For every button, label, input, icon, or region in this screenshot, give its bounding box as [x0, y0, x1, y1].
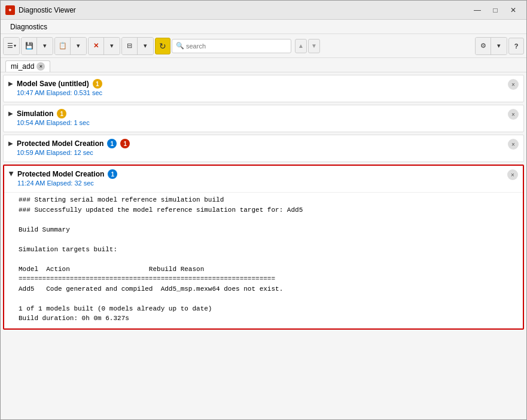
- simulation-header[interactable]: ▶ Simulation 1 10:54 AM Elapsed: 1 sec ×: [4, 105, 523, 132]
- protected-model-1-item: ▶ Protected Model Creation 1 1 10:59 AM …: [3, 135, 524, 162]
- protected-model-1-info-badge: 1: [107, 139, 117, 148]
- refresh-button[interactable]: ↻: [155, 38, 170, 54]
- copy-button[interactable]: 📋: [55, 38, 71, 54]
- protected-model-2-item: ▶ Protected Model Creation 1 11:24 AM El…: [3, 165, 524, 330]
- save-button[interactable]: 💾: [22, 38, 37, 54]
- copy-dropdown-chevron-icon: ▾: [77, 42, 80, 50]
- copy-btn-group: 📋 ▾: [54, 37, 87, 55]
- protected-model-1-subtitle: 10:59 AM Elapsed: 12 sec: [17, 149, 508, 156]
- diagnostic-viewer-window: Diagnostic Viewer — □ ✕ Diagnostics ☰ ▾ …: [0, 0, 527, 420]
- simulation-warn-count: 1: [60, 111, 64, 117]
- tab-label: mi_add: [11, 62, 34, 71]
- model-save-subtitle: 10:47 AM Elapsed: 0.531 sec: [17, 89, 508, 96]
- protected-model-2-title-area: Protected Model Creation 1 11:24 AM Elap…: [17, 169, 507, 187]
- settings-button[interactable]: ⚙: [476, 38, 491, 54]
- menu-bar: Diagnostics: [1, 20, 526, 34]
- refresh-icon: ↻: [159, 41, 166, 51]
- list-icon: ☰: [7, 42, 13, 50]
- protected-model-1-error-count: 1: [124, 141, 127, 147]
- protected-model-1-title-line: Protected Model Creation 1 1: [17, 139, 508, 148]
- simulation-close-button[interactable]: ×: [508, 109, 519, 120]
- settings-btn-group: ⚙ ▾: [475, 37, 507, 55]
- simulation-title-line: Simulation 1: [17, 109, 508, 118]
- search-input[interactable]: [186, 42, 282, 50]
- maximize-button[interactable]: □: [487, 4, 504, 16]
- nav-arrows: ▲ ▼: [295, 39, 320, 53]
- list-chevron-icon: ▾: [14, 43, 16, 48]
- model-save-title-line: Model Save (untitled) 1: [17, 79, 508, 89]
- filter-dropdown-button[interactable]: ▾: [138, 38, 153, 54]
- protected-model-2-subtitle: 11:24 AM Elapsed: 32 sec: [17, 179, 507, 187]
- model-save-warn-count: 1: [96, 81, 99, 87]
- model-save-title-area: Model Save (untitled) 1 10:47 AM Elapsed…: [17, 79, 508, 96]
- log-text: ### Starting serial model reference simu…: [19, 195, 518, 324]
- protected-model-2-title-line: Protected Model Creation 1: [17, 169, 507, 179]
- save-dropdown-button[interactable]: ▾: [37, 38, 53, 54]
- copy-dropdown-button[interactable]: ▾: [71, 38, 86, 54]
- model-save-warn-badge: 1: [93, 79, 102, 89]
- list-view-button[interactable]: ☰ ▾: [4, 38, 19, 54]
- expand-arrow-icon: ▶: [8, 80, 13, 87]
- save-dropdown-chevron-icon: ▾: [43, 42, 47, 50]
- protected-model-2-info-badge: 1: [108, 169, 117, 179]
- gear-icon: ⚙: [480, 42, 486, 50]
- simulation-subtitle: 10:54 AM Elapsed: 1 sec: [17, 119, 508, 126]
- protected-model-1-header[interactable]: ▶ Protected Model Creation 1 1 10:59 AM …: [4, 135, 523, 162]
- filter-btn-group: ⊟ ▾: [121, 37, 154, 55]
- minimize-button[interactable]: —: [469, 4, 486, 16]
- simulation-title-area: Simulation 1 10:54 AM Elapsed: 1 sec: [17, 109, 508, 126]
- mi-add-tab[interactable]: mi_add ×: [5, 60, 50, 72]
- window-controls: — □ ✕: [469, 4, 522, 16]
- down-arrow-button[interactable]: ▼: [308, 39, 320, 53]
- search-box: 🔍: [172, 39, 291, 53]
- protected-model-2-header[interactable]: ▶ Protected Model Creation 1 11:24 AM El…: [4, 166, 523, 192]
- app-icon: [5, 5, 15, 15]
- help-button[interactable]: ?: [508, 38, 524, 54]
- expand-arrow-icon: ▶: [8, 172, 15, 176]
- protected-model-1-title: Protected Model Creation: [17, 139, 103, 148]
- filter-dropdown-chevron-icon: ▾: [144, 42, 147, 50]
- settings-area: ⚙ ▾ ?: [475, 37, 524, 55]
- settings-chevron-icon: ▾: [497, 42, 501, 50]
- model-save-title: Model Save (untitled): [17, 80, 89, 88]
- window-title: Diagnostic Viewer: [19, 6, 469, 14]
- protected-model-2-close-button[interactable]: ×: [507, 169, 518, 180]
- up-arrow-icon: ▲: [298, 42, 304, 49]
- copy-icon: 📋: [59, 42, 67, 50]
- filter-icon: ⊟: [127, 42, 132, 50]
- protected-model-2-content: ### Starting serial model reference simu…: [4, 192, 523, 328]
- tab-close-button[interactable]: ×: [36, 62, 45, 71]
- title-bar: Diagnostic Viewer — □ ✕: [1, 1, 526, 20]
- simulation-item: ▶ Simulation 1 10:54 AM Elapsed: 1 sec ×: [3, 105, 524, 132]
- protected-model-2-title: Protected Model Creation: [17, 170, 104, 178]
- delete-icon: ✕: [93, 42, 99, 50]
- model-save-item: ▶ Model Save (untitled) 1 10:47 AM Elaps…: [3, 75, 524, 102]
- filter-button[interactable]: ⊟: [122, 38, 138, 54]
- delete-btn-group: ✕ ▾: [88, 37, 120, 55]
- view-btn-group: ☰ ▾: [3, 37, 20, 55]
- up-arrow-button[interactable]: ▲: [295, 39, 307, 53]
- diagnostics-content: ▶ Model Save (untitled) 1 10:47 AM Elaps…: [1, 72, 526, 419]
- help-icon: ?: [514, 42, 519, 50]
- protected-model-1-title-area: Protected Model Creation 1 1 10:59 AM El…: [17, 139, 508, 156]
- delete-dropdown-button[interactable]: ▾: [104, 38, 120, 54]
- model-save-close-button[interactable]: ×: [508, 79, 519, 90]
- down-arrow-icon: ▼: [311, 42, 317, 49]
- expand-arrow-icon: ▶: [8, 110, 13, 117]
- protected-model-1-error-badge: 1: [120, 139, 130, 148]
- tab-bar: mi_add ×: [1, 58, 526, 72]
- protected-model-1-info-count: 1: [111, 141, 114, 147]
- delete-dropdown-chevron-icon: ▾: [110, 42, 114, 50]
- protected-model-1-close-button[interactable]: ×: [508, 139, 519, 150]
- save-btn-group: 💾 ▾: [21, 37, 53, 55]
- simulation-title: Simulation: [17, 109, 53, 118]
- diagnostics-menu[interactable]: Diagnostics: [5, 22, 52, 32]
- close-button[interactable]: ✕: [505, 4, 522, 16]
- delete-button[interactable]: ✕: [89, 38, 104, 54]
- search-icon: 🔍: [176, 42, 184, 50]
- protected-model-2-info-count: 1: [111, 171, 115, 178]
- settings-dropdown-button[interactable]: ▾: [491, 38, 507, 54]
- simulation-warn-badge: 1: [57, 109, 66, 118]
- expand-arrow-icon: ▶: [8, 140, 13, 147]
- model-save-header[interactable]: ▶ Model Save (untitled) 1 10:47 AM Elaps…: [4, 75, 523, 102]
